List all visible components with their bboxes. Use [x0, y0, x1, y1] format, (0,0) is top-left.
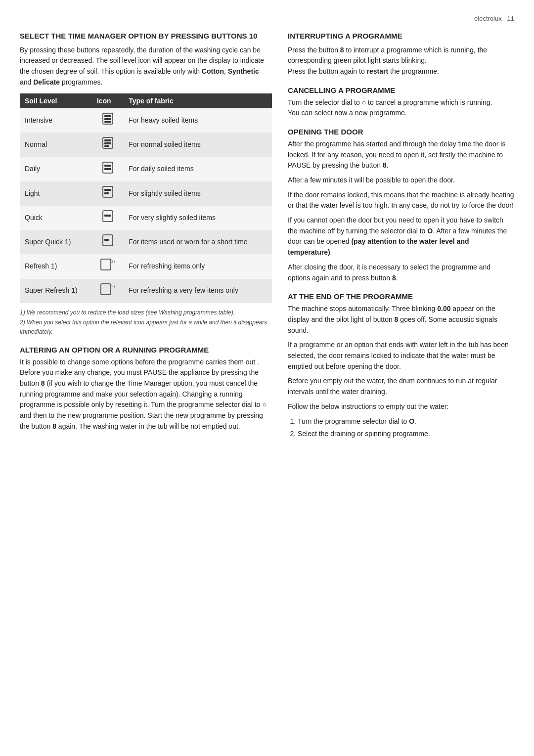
icon-cell: 2): [92, 254, 124, 278]
svg-rect-18: [101, 259, 111, 270]
svg-rect-3: [104, 121, 111, 123]
section1-title: SELECT THE TIME MANAGER OPTION BY PRESSI…: [20, 31, 272, 41]
list-item-1: Turn the programme selector dial to O.: [298, 416, 514, 427]
icon-cell: [92, 230, 124, 254]
icon-cell: [92, 133, 124, 157]
svg-rect-13: [104, 192, 109, 194]
fabric-cell: For items used or worn for a short time: [124, 230, 272, 254]
footnote-1: 1) We recommend you to reduce the load s…: [20, 308, 272, 317]
icon-cell: [92, 108, 124, 133]
opening-door-body4: If you cannot open the door but you need…: [288, 215, 514, 258]
interrupting-body: Press the button 8 to interrupt a progra…: [288, 45, 514, 77]
svg-rect-6: [104, 142, 111, 144]
page-header: electrolux 11: [20, 15, 514, 22]
end-programme-body3: Before you empty out the water, the drum…: [288, 376, 514, 397]
table-row: Normal For normal soiled items: [20, 133, 272, 157]
svg-rect-1: [104, 115, 111, 117]
icon-cell: [92, 206, 124, 230]
cancelling-body: Turn the selector dial to ○ to cancel a …: [288, 97, 514, 119]
opening-door-body1: After the programme has started and thro…: [288, 139, 514, 171]
fabric-cell: For slightly soiled items: [124, 181, 272, 206]
fabric-cell: For refreshing a very few items only: [124, 279, 272, 303]
icon-cell: 2): [92, 279, 124, 303]
table-row: Quick For very slightly soiled items: [20, 206, 272, 230]
left-column: SELECT THE TIME MANAGER OPTION BY PRESSI…: [20, 31, 272, 440]
icon-cell: [92, 181, 124, 206]
table-row: Light For slightly soiled items: [20, 181, 272, 206]
opening-door-body5: After closing the door, it is necessary …: [288, 262, 514, 283]
svg-rect-12: [104, 189, 111, 191]
table-row: Intensive For heavy soiled items: [20, 108, 272, 133]
footnotes: 1) We recommend you to reduce the load s…: [20, 308, 272, 337]
soil-level-cell: Normal: [20, 133, 92, 157]
table-row: Daily For daily soiled items: [20, 157, 272, 181]
end-programme-list: Turn the programme selector dial to O. S…: [288, 416, 514, 439]
soil-level-cell: Intensive: [20, 108, 92, 133]
svg-rect-2: [104, 118, 111, 120]
end-programme-title: AT THE END OF THE PROGRAMME: [288, 292, 514, 301]
opening-door-title: OPENING THE DOOR: [288, 128, 514, 136]
svg-rect-5: [104, 139, 111, 141]
soil-level-cell: Refresh 1): [20, 254, 92, 278]
right-column: INTERRUPTING A PROGRAMME Press the butto…: [288, 31, 514, 440]
table-row: Refresh 1) 2) For refreshing items only: [20, 254, 272, 278]
icon-cell: [92, 157, 124, 181]
soil-level-cell: Super Quick 1): [20, 230, 92, 254]
svg-text:2): 2): [111, 259, 115, 264]
svg-rect-7: [104, 145, 109, 147]
svg-rect-9: [104, 165, 111, 167]
soil-level-cell: Quick: [20, 206, 92, 230]
table-row: Super Quick 1) For items used or worn fo…: [20, 230, 272, 254]
svg-rect-15: [104, 215, 111, 217]
section2-body: It is possible to change some options be…: [20, 357, 272, 432]
col-header-soil-level: Soil Level: [20, 93, 92, 108]
opening-door-body2: After a few minutes it will be possible …: [288, 175, 514, 186]
soil-level-cell: Super Refresh 1): [20, 279, 92, 303]
soil-level-table-wrap: Soil Level Icon Type of fabric Intensive…: [20, 93, 272, 303]
opening-door-body3: If the door remains locked, this means t…: [288, 190, 514, 211]
col-header-fabric: Type of fabric: [124, 93, 272, 108]
svg-rect-10: [104, 168, 111, 170]
svg-rect-8: [103, 162, 113, 173]
svg-text:2): 2): [111, 284, 115, 288]
soil-level-table: Soil Level Icon Type of fabric Intensive…: [20, 93, 272, 303]
svg-rect-20: [101, 284, 111, 295]
end-programme-body1: The machine stops automatically. Three b…: [288, 304, 514, 336]
svg-rect-17: [104, 239, 109, 241]
table-row: Super Refresh 1) 2) For refreshing a ver…: [20, 279, 272, 303]
svg-rect-11: [103, 186, 113, 197]
section1-body: By pressing these buttons repeatedly, th…: [20, 45, 272, 88]
fabric-cell: For daily soiled items: [124, 157, 272, 181]
fabric-cell: For normal soiled items: [124, 133, 272, 157]
end-programme-body2: If a programme or an option that ends wi…: [288, 340, 514, 372]
col-header-icon: Icon: [92, 93, 124, 108]
soil-level-cell: Light: [20, 181, 92, 206]
footnote-2: 2) When you select this option the relev…: [20, 318, 272, 336]
cancelling-title: CANCELLING A PROGRAMME: [288, 86, 514, 94]
brand-label: electrolux: [474, 15, 502, 22]
soil-level-cell: Daily: [20, 157, 92, 181]
fabric-cell: For heavy soiled items: [124, 108, 272, 133]
interrupting-title: INTERRUPTING A PROGRAMME: [288, 31, 514, 41]
section2-title: ALTERING AN OPTION OR A RUNNING PROGRAMM…: [20, 346, 272, 354]
fabric-cell: For very slightly soiled items: [124, 206, 272, 230]
fabric-cell: For refreshing items only: [124, 254, 272, 278]
page-number: 11: [507, 15, 514, 22]
end-programme-body4: Follow the below instructions to empty o…: [288, 401, 514, 412]
list-item-2: Select the draining or spinning programm…: [298, 428, 514, 439]
